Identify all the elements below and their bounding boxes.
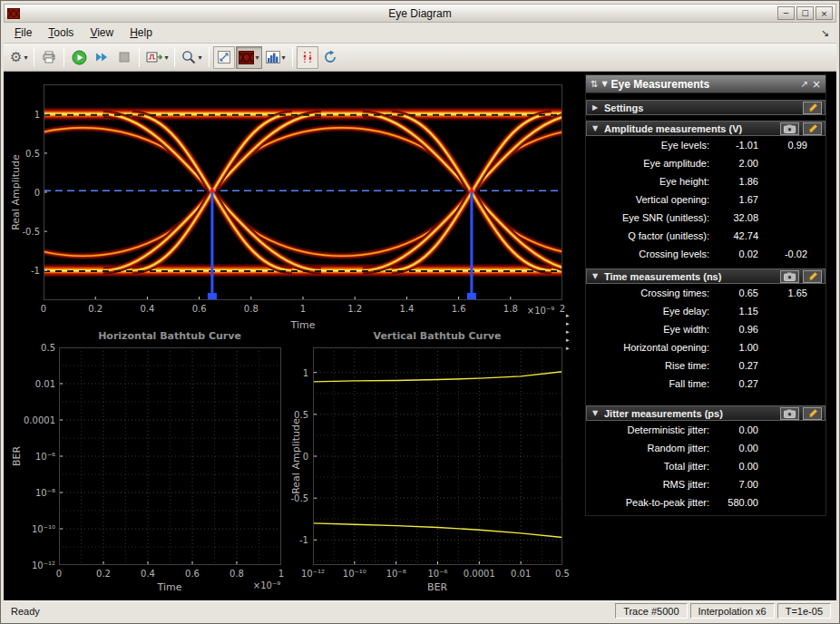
- run-button[interactable]: [68, 46, 90, 69]
- snapshot-button[interactable]: [780, 407, 799, 420]
- stop-button[interactable]: [113, 46, 135, 69]
- tick-label: -1: [276, 535, 308, 545]
- gear-icon: ⚙: [10, 51, 22, 64]
- cursors-button[interactable]: [297, 46, 318, 69]
- refresh-button[interactable]: [319, 46, 341, 69]
- measurement-value: 0.27: [709, 378, 758, 389]
- vbathtub-xlabel: BER: [427, 581, 447, 593]
- pencil-icon: [807, 271, 818, 281]
- status-bar: Ready Trace #5000 Interpolation x6 T=1e-…: [4, 600, 836, 620]
- measurement-label: Peak-to-peak jitter:: [586, 497, 709, 508]
- chevron-down-icon: ▼: [592, 272, 601, 280]
- snapshot-button[interactable]: [780, 122, 799, 135]
- menu-overflow-icon[interactable]: ↘: [821, 27, 833, 39]
- menu-tools[interactable]: Tools: [41, 24, 81, 42]
- horizontal-bathtub-plot[interactable]: [59, 347, 281, 565]
- stop-icon: [118, 51, 131, 63]
- section-settings[interactable]: ▶ Settings: [586, 100, 825, 115]
- edit-jitter-button[interactable]: [803, 407, 822, 420]
- eye-x-exponent: ×10⁻⁹: [527, 306, 554, 316]
- measurement-row: Eye width:0.96: [586, 320, 825, 338]
- section-label: Time measurements (ns): [604, 271, 721, 282]
- menu-file[interactable]: File: [7, 24, 39, 42]
- measurement-label: Total jitter:: [586, 461, 709, 472]
- measurement-row: Vertical opening:1.67: [586, 190, 825, 209]
- menu-view[interactable]: View: [83, 24, 121, 42]
- tick-label: 10⁻¹⁰: [343, 569, 366, 579]
- section-time[interactable]: ▼ Time measurements (ns): [586, 268, 825, 284]
- measurement-value: -1.01: [709, 140, 758, 151]
- measurement-value: 1.67: [709, 194, 758, 205]
- measurement-value: 0.02: [709, 249, 758, 259]
- printer-icon: [42, 51, 56, 63]
- fit-to-view-button[interactable]: [213, 46, 235, 69]
- status-sample-time: T=1e-05: [777, 603, 831, 619]
- section-label: Jitter measurements (ps): [604, 408, 723, 419]
- tick-label: 0.4: [141, 569, 155, 579]
- tick-label: 1: [300, 304, 306, 314]
- pencil-icon: [807, 408, 818, 418]
- source-selector-button[interactable]: ▾: [143, 46, 171, 69]
- zoom-button[interactable]: ▾: [179, 46, 204, 69]
- measurement-row: Eye delay:1.15: [586, 302, 825, 320]
- undock-icon[interactable]: ↗: [801, 80, 808, 89]
- panel-collapse-icon[interactable]: ▼: [601, 81, 607, 88]
- section-amplitude[interactable]: ▼ Amplitude measurements (V): [586, 121, 825, 136]
- window-title: Eye Diagram: [388, 7, 451, 20]
- toolbar-separator: [63, 47, 64, 67]
- section-jitter[interactable]: ▼ Jitter measurements (ps): [586, 405, 825, 421]
- measurement-value: 0.65: [709, 288, 758, 298]
- edit-amplitude-button[interactable]: [803, 122, 822, 135]
- histogram-button[interactable]: ▾: [263, 46, 288, 69]
- histogram-icon: [266, 51, 280, 63]
- eye-diagram-plot[interactable]: [44, 84, 562, 300]
- tick-label: 0.2: [88, 304, 103, 314]
- tick-label: 1: [278, 569, 284, 579]
- measurement-value: 1.15: [709, 306, 758, 317]
- toolbar-separator: [139, 47, 140, 67]
- expand-arrow-icon: ▸: [566, 329, 570, 336]
- panel-close-icon[interactable]: ×: [812, 79, 821, 90]
- menu-bar: File Tools View Help ↘: [4, 23, 836, 44]
- eye-diagram-mode-button[interactable]: ▾: [236, 46, 262, 69]
- settings-button[interactable]: ⚙ ▾: [7, 46, 30, 69]
- measurement-label: Eye amplitude:: [586, 158, 709, 169]
- measurement-row: Fall time:0.27: [586, 375, 825, 393]
- tick-label: 0.8: [244, 304, 259, 314]
- tick-label: 0.2: [96, 569, 111, 579]
- panel-drag-icon[interactable]: ⇅: [591, 80, 598, 89]
- vertical-bathtub-plot[interactable]: [313, 347, 562, 565]
- tick-label: 0.5: [555, 569, 570, 579]
- close-button[interactable]: ×: [816, 6, 833, 20]
- measurement-row: Crossing levels:0.02-0.02: [586, 245, 825, 263]
- menu-help[interactable]: Help: [122, 24, 160, 42]
- measurement-label: RMS jitter:: [586, 479, 709, 490]
- expand-arrow-icon: ▸: [566, 337, 570, 344]
- tick-label: 0: [56, 569, 62, 579]
- tick-label: 0.5: [11, 343, 55, 353]
- measurement-value: 1.65: [758, 288, 807, 298]
- measurement-label: Rise time:: [586, 360, 709, 371]
- edit-time-button[interactable]: [803, 270, 822, 283]
- measurement-row: Total jitter:0.00: [586, 457, 825, 475]
- measurement-value: -0.02: [758, 249, 807, 259]
- vbathtub-title: Vertical Bathtub Curve: [373, 330, 501, 342]
- panel-title-bar[interactable]: ⇅ ▼ Eye Measurements ↗ ×: [586, 75, 825, 93]
- step-forward-button[interactable]: [91, 46, 112, 69]
- tick-label: 0.6: [185, 569, 200, 579]
- maximize-button[interactable]: ☐: [796, 6, 814, 20]
- section-label: Amplitude measurements (V): [604, 123, 742, 134]
- camera-icon: [784, 272, 796, 281]
- signal-source-icon: [146, 51, 162, 63]
- panel-expander-arrows[interactable]: ▸ ▸ ▸ ▸ ▸: [566, 313, 570, 352]
- tick-label: 0.01: [511, 569, 531, 579]
- measurement-value: 0.96: [709, 324, 758, 335]
- snapshot-button[interactable]: [780, 270, 799, 283]
- tick-label: 0.0001: [11, 415, 55, 425]
- print-button[interactable]: [38, 46, 60, 69]
- camera-icon: [784, 409, 796, 418]
- minimize-button[interactable]: ─: [777, 6, 795, 20]
- measurement-label: Eye width:: [586, 324, 709, 335]
- edit-settings-button[interactable]: [803, 102, 822, 114]
- title-bar[interactable]: Eye Diagram ─ ☐ ×: [4, 4, 836, 23]
